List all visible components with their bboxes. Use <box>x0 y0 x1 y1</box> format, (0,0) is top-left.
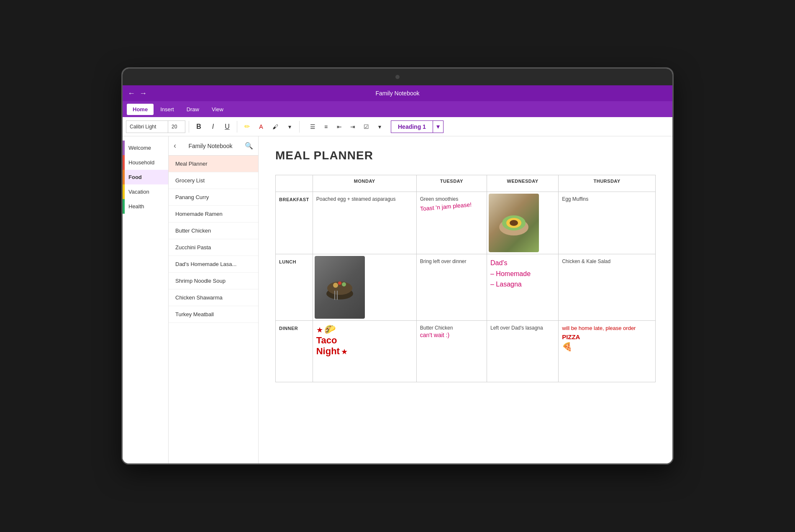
sidebar-header: ‹ Family Notebook 🔍 <box>169 136 258 156</box>
forward-button[interactable]: → <box>139 89 147 98</box>
section-panang-curry[interactable]: Panang Curry <box>169 189 258 206</box>
section-chicken-shawarma[interactable]: Chicken Shawarma <box>169 289 258 306</box>
tab-view[interactable]: View <box>206 104 229 115</box>
meal-planner-table: Monday Tuesday Wednesday Thursday Breakf… <box>275 175 656 382</box>
breakfast-tuesday: Green smoothies Toast 'n jam please! <box>416 192 487 254</box>
toolbar-divider-2 <box>237 121 237 133</box>
breakfast-tuesday-text: Green smoothies <box>420 196 458 202</box>
section-turkey-meatball[interactable]: Turkey Meatball <box>169 306 258 323</box>
lunch-tuesday-text: Bring left over dinner <box>420 258 467 264</box>
breakfast-wednesday <box>487 192 559 254</box>
section-dads-lasagna[interactable]: Dad's Homemade Lasa... <box>169 256 258 273</box>
dinner-thursday: will be home late, please orderPIZZA 🍕 <box>559 321 656 382</box>
pizza-slice-icon: 🍕 <box>562 342 572 351</box>
font-color-button[interactable]: A <box>255 120 267 133</box>
svg-point-6 <box>333 283 338 288</box>
dinner-label: Dinner <box>276 321 313 382</box>
app-title: Family Notebook <box>375 90 419 97</box>
font-name: Calibri Light <box>126 121 168 133</box>
tab-home[interactable]: Home <box>127 104 154 115</box>
breakfast-thursday: Egg Muffins <box>559 192 656 254</box>
onenote-app: ← → Family Notebook Home Insert Draw Vie… <box>123 85 672 463</box>
tab-insert[interactable]: Insert <box>154 104 180 115</box>
sidebar-item-household[interactable]: Household <box>123 155 168 170</box>
ribbon: Home Insert Draw View <box>123 101 672 117</box>
dinner-wednesday: Left over Dad's lasagna <box>487 321 559 382</box>
format-more-button[interactable]: ▾ <box>283 120 296 133</box>
dinner-tuesday-handwriting: can't wait :) <box>420 332 449 338</box>
tab-draw[interactable]: Draw <box>181 104 205 115</box>
section-grocery-list[interactable]: Grocery List <box>169 172 258 189</box>
toolbar-divider-3 <box>299 121 300 133</box>
section-homemade-ramen[interactable]: Homemade Ramen <box>169 206 258 223</box>
list-more-button[interactable]: ▾ <box>373 120 386 133</box>
bold-button[interactable]: B <box>192 120 205 133</box>
section-butter-chicken[interactable]: Butter Chicken <box>169 223 258 239</box>
breakfast-monday-text: Poached egg + steamed asparagus <box>316 196 396 202</box>
camera-dot <box>395 75 400 79</box>
font-size: 20 <box>168 121 185 133</box>
back-button[interactable]: ← <box>128 89 135 98</box>
col-header-empty <box>276 175 313 192</box>
heading-selector[interactable]: Heading 1 ▾ <box>391 120 444 133</box>
sidebar-notebook-title: Family Notebook <box>180 143 241 149</box>
lunch-tuesday: Bring left over dinner <box>416 254 487 321</box>
notebook-color-food <box>123 170 125 184</box>
col-header-tuesday: Tuesday <box>416 175 487 192</box>
dinner-wednesday-text: Left over Dad's lasagna <box>490 325 543 331</box>
breakfast-tuesday-handwriting: Toast 'n jam please! <box>420 201 472 213</box>
heading-label: Heading 1 <box>391 123 433 130</box>
svg-point-7 <box>342 282 346 286</box>
grain-bowl-svg <box>323 271 356 304</box>
lunch-wednesday-handwriting: Dad's– Homemade– Lasagna <box>490 259 531 288</box>
section-shrimp-noodle[interactable]: Shrimp Noodle Soup <box>169 273 258 289</box>
star-right: ★ <box>341 348 348 356</box>
dinner-monday: ★ 🌮 TacoNight ★ <box>313 321 416 382</box>
sidebar-item-welcome[interactable]: Welcome <box>123 141 168 155</box>
device-frame: ← → Family Notebook Home Insert Draw Vie… <box>121 67 674 465</box>
sidebar-item-health[interactable]: Health <box>123 199 168 214</box>
breakfast-thursday-text: Egg Muffins <box>562 196 588 202</box>
avocado-toast-svg <box>497 206 531 240</box>
numbered-list-button[interactable]: ≡ <box>320 120 332 133</box>
dinner-tuesday: Butter Chicken can't wait :) <box>416 321 487 382</box>
lunch-label: Lunch <box>276 254 313 321</box>
bullet-list-button[interactable]: ☰ <box>306 120 319 133</box>
sidebar-item-vacation[interactable]: Vacation <box>123 184 168 199</box>
title-bar: ← → Family Notebook <box>123 85 672 101</box>
outdent-button[interactable]: ⇤ <box>333 120 346 133</box>
taco-emoji: 🌮 <box>324 324 336 335</box>
taco-night-cell: ★ 🌮 TacoNight ★ <box>316 324 413 379</box>
taco-night-handwriting: TacoNight <box>316 335 340 356</box>
camera-bar <box>123 69 672 85</box>
indent-button[interactable]: ⇥ <box>346 120 359 133</box>
notebook-color-health <box>123 199 125 214</box>
sidebar-item-food[interactable]: Food <box>123 170 168 184</box>
highlight-button[interactable]: ✏ <box>241 120 253 133</box>
page-title: Meal Planner <box>275 149 656 162</box>
main-area: Welcome Household Food Vacation Health <box>123 136 672 463</box>
notebook-color-vacation <box>123 184 125 199</box>
breakfast-wednesday-image <box>489 194 539 252</box>
notebook-color-welcome <box>123 141 125 155</box>
breakfast-row: Breakfast Poached egg + steamed asparagu… <box>276 192 656 254</box>
italic-button[interactable]: I <box>207 120 219 133</box>
toolbar-divider-1 <box>189 121 189 133</box>
heading-chevron[interactable]: ▾ <box>433 121 443 133</box>
notebook-color-household <box>123 155 125 170</box>
breakfast-label: Breakfast <box>276 192 313 254</box>
section-zucchini-pasta[interactable]: Zucchini Pasta <box>169 239 258 256</box>
clear-format-button[interactable]: 🖌 <box>269 120 282 133</box>
lunch-thursday: Chicken & Kale Salad <box>559 254 656 321</box>
font-selector[interactable]: Calibri Light 20 <box>126 120 185 133</box>
checkbox-button[interactable]: ☑ <box>360 120 372 133</box>
sidebar-search-icon[interactable]: 🔍 <box>245 142 253 150</box>
section-meal-planner[interactable]: Meal Planner <box>169 156 258 172</box>
page-content-area: Meal Planner Monday Tuesday Wednesday Th… <box>259 136 672 463</box>
list-buttons: ☰ ≡ ⇤ ⇥ ☑ ▾ <box>306 120 386 133</box>
sidebar-back-button[interactable]: ‹ <box>174 141 176 150</box>
underline-button[interactable]: U <box>221 120 233 133</box>
col-header-wednesday: Wednesday <box>487 175 559 192</box>
toolbar: Calibri Light 20 B I U ✏ A 🖌 ▾ ☰ ≡ ⇤ ⇥ ☑… <box>123 117 672 136</box>
breakfast-monday: Poached egg + steamed asparagus <box>313 192 416 254</box>
